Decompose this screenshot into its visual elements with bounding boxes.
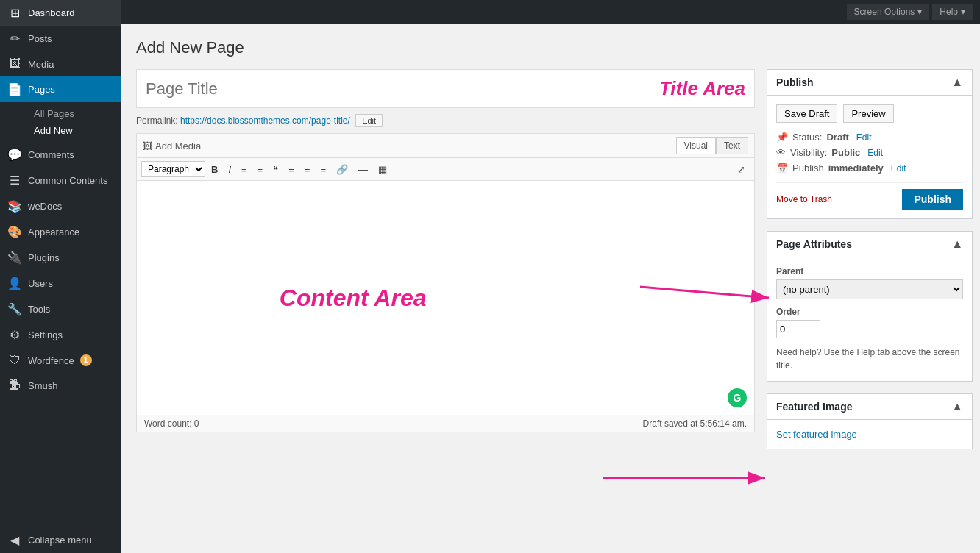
publish-metabox-body: Save Draft Preview 📌 Status: Draft Edit …: [767, 96, 972, 218]
add-media-icon: 🖼: [143, 140, 152, 151]
common-contents-icon: ☰: [7, 174, 22, 188]
content-area-annotation: Content Area: [280, 285, 427, 312]
plugins-icon: 🔌: [7, 251, 22, 265]
editor-toolbar-top: 🖼 Add Media Visual Text: [136, 133, 755, 157]
status-value: Draft: [826, 132, 848, 143]
screen-options-chevron-icon: ▾: [917, 7, 922, 17]
topbar: Screen Options ▾ Help ▾: [121, 0, 980, 24]
align-center-button[interactable]: ≡: [300, 163, 315, 176]
draft-saved-status: Draft saved at 5:56:14 am.: [643, 418, 747, 429]
publish-top-actions: Save Draft Preview: [776, 104, 963, 123]
table-button[interactable]: ▦: [374, 163, 391, 176]
status-edit-link[interactable]: Edit: [856, 132, 872, 143]
tools-icon: 🔧: [7, 302, 22, 316]
add-media-button[interactable]: 🖼 Add Media: [143, 140, 201, 151]
publish-metabox-title: Publish: [776, 76, 814, 88]
sidebar-item-dashboard[interactable]: ⊞ Dashboard: [0, 0, 121, 26]
page-attributes-header[interactable]: Page Attributes ▲: [767, 232, 972, 257]
help-button[interactable]: Help ▾: [932, 4, 973, 20]
main-content: Add New Page Title Area Permalink: https…: [121, 24, 980, 553]
order-input[interactable]: [776, 320, 820, 338]
set-featured-image-link[interactable]: Set featured image: [776, 429, 857, 440]
sidebar-item-comments[interactable]: 💬 Comments: [0, 142, 121, 168]
visibility-label: Visibility:: [790, 147, 827, 158]
permalink-link[interactable]: https://docs.blossomthemes.com/page-titl…: [180, 115, 350, 126]
sidebar-item-common-contents[interactable]: ☰ Common Contents: [0, 168, 121, 193]
ordered-list-button[interactable]: ≡: [253, 163, 268, 176]
tab-text[interactable]: Text: [716, 137, 748, 154]
add-new-page-link[interactable]: Add New: [28, 122, 121, 139]
publish-button[interactable]: Publish: [902, 189, 963, 210]
editor-footer: Word count: 0 Draft saved at 5:56:14 am.: [136, 415, 755, 432]
media-icon: 🖼: [7, 57, 22, 71]
parent-select[interactable]: (no parent): [776, 279, 963, 299]
visibility-icon: 👁: [776, 147, 786, 158]
unordered-list-button[interactable]: ≡: [237, 163, 252, 176]
sidebar-item-plugins[interactable]: 🔌 Plugins: [0, 245, 121, 271]
wordfence-icon: 🛡: [7, 354, 22, 367]
publish-visibility-row: 👁 Visibility: Public Edit: [776, 147, 963, 158]
fullscreen-button[interactable]: ⤢: [733, 163, 750, 176]
editor-container: Title Area Permalink: https://docs.bloss…: [136, 69, 973, 538]
preview-button[interactable]: Preview: [843, 104, 893, 123]
align-right-button[interactable]: ≡: [316, 163, 330, 176]
bold-button[interactable]: B: [207, 163, 222, 176]
featured-image-title: Featured Image: [776, 401, 852, 413]
publish-time-value: immediately: [828, 163, 884, 174]
sidebar-item-media[interactable]: 🖼 Media: [0, 51, 121, 76]
sidebar: ⊞ Dashboard ✏ Posts 🖼 Media 📄 Pages All …: [0, 0, 121, 553]
sidebar-item-pages[interactable]: 📄 Pages: [0, 76, 121, 102]
title-area-annotation: Title Area: [659, 77, 745, 100]
blockquote-button[interactable]: ❝: [269, 163, 283, 176]
help-chevron-icon: ▾: [961, 7, 965, 17]
editor-body[interactable]: Content Area G: [136, 180, 755, 415]
featured-image-header[interactable]: Featured Image ▲: [767, 394, 972, 420]
link-button[interactable]: 🔗: [332, 163, 352, 176]
save-draft-button[interactable]: Save Draft: [776, 104, 837, 123]
featured-image-body: Set featured image: [767, 420, 972, 449]
visibility-edit-link[interactable]: Edit: [867, 148, 883, 158]
help-text: Need help? Use the Help tab above the sc…: [776, 346, 963, 372]
users-icon: 👤: [7, 276, 22, 290]
permalink-edit-button[interactable]: Edit: [355, 114, 383, 127]
align-left-button[interactable]: ≡: [284, 163, 299, 176]
sidebar-item-tools[interactable]: 🔧 Tools: [0, 296, 121, 322]
paragraph-select[interactable]: Paragraph: [141, 161, 205, 177]
sidebar-item-settings[interactable]: ⚙ Settings: [0, 322, 121, 348]
sidebar-item-appearance[interactable]: 🎨 Appearance: [0, 219, 121, 245]
status-label: Status:: [792, 132, 822, 143]
collapse-icon: ◀: [7, 533, 22, 547]
page-attributes-title: Page Attributes: [776, 238, 852, 250]
featured-image-toggle-icon: ▲: [951, 400, 963, 413]
editor-formatting-toolbar: Paragraph B I ≡ ≡ ❝ ≡ ≡ ≡ 🔗 — ▦ ⤢: [136, 157, 755, 180]
page-title-input[interactable]: [146, 79, 650, 99]
page-attributes-toggle-icon: ▲: [951, 238, 963, 251]
sidebar-item-wedocs[interactable]: 📚 weDocs: [0, 193, 121, 219]
screen-options-button[interactable]: Screen Options ▾: [847, 4, 930, 20]
all-pages-link[interactable]: All Pages: [28, 105, 121, 122]
sidebar-item-users[interactable]: 👤 Users: [0, 271, 121, 296]
publish-metabox-header[interactable]: Publish ▲: [767, 70, 972, 96]
order-field-group: Order: [776, 307, 963, 338]
permalink-bar: Permalink: https://docs.blossomthemes.co…: [136, 114, 755, 127]
publish-time-label: Publish: [792, 163, 824, 174]
wordfence-badge: 1: [80, 354, 92, 366]
collapse-menu-button[interactable]: ◀ Collapse menu: [0, 527, 121, 553]
publish-toggle-icon: ▲: [951, 76, 963, 89]
move-to-trash-link[interactable]: Move to Trash: [776, 194, 832, 204]
appearance-icon: 🎨: [7, 225, 22, 239]
order-label: Order: [776, 307, 963, 317]
page-title: Add New Page: [136, 38, 973, 57]
sidebar-item-wordfence[interactable]: 🛡 Wordfence 1: [0, 348, 121, 373]
sidebar-item-smush[interactable]: 🗜 Smush: [0, 373, 121, 398]
italic-button[interactable]: I: [224, 163, 235, 176]
dashboard-icon: ⊞: [7, 6, 22, 20]
tab-visual[interactable]: Visual: [676, 137, 716, 154]
page-attributes-body: Parent (no parent) Order Need help? Use …: [767, 257, 972, 381]
insert-more-button[interactable]: —: [354, 163, 372, 176]
publish-time-edit-link[interactable]: Edit: [891, 163, 906, 174]
visibility-value: Public: [831, 147, 860, 158]
word-count: Word count: 0: [144, 418, 199, 429]
title-box: Title Area: [136, 69, 755, 108]
sidebar-item-posts[interactable]: ✏ Posts: [0, 26, 121, 51]
